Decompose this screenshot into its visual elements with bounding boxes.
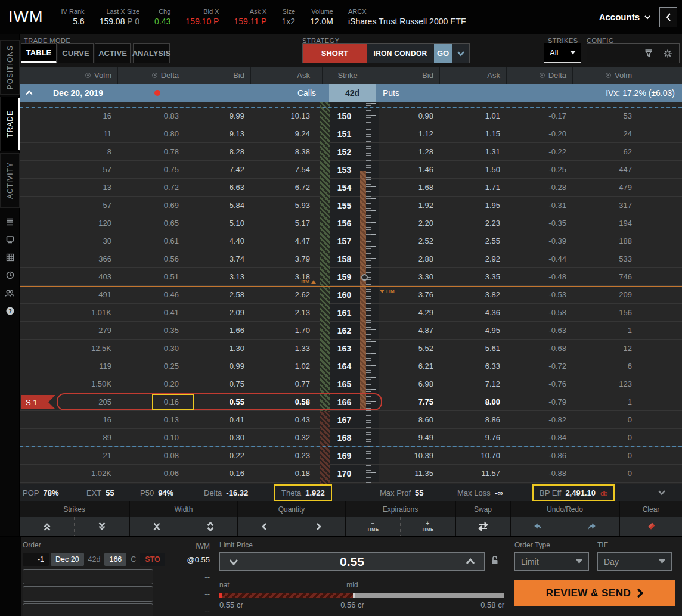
call-bid[interactable]: 8.28	[185, 143, 250, 160]
put-bid[interactable]: 1.68	[379, 179, 439, 196]
call-bid[interactable]: 0.99	[185, 357, 250, 375]
call-bid[interactable]: 0.75	[185, 375, 250, 393]
chain-row-strike-165[interactable]: 1.50K0.200.750.771656.987.12-0.76123	[20, 375, 682, 393]
chevron-right-button[interactable]	[292, 517, 345, 536]
put-bid[interactable]: 3.30	[379, 268, 439, 285]
call-ask[interactable]: 1.70	[250, 322, 316, 339]
put-ask[interactable]: 3.82	[439, 286, 506, 303]
accounts-menu[interactable]: Accounts	[599, 12, 651, 22]
call-bid[interactable]: 7.42	[185, 161, 250, 178]
price-ladder-bar[interactable]	[219, 593, 504, 598]
strikes-filter-dropdown[interactable]: All	[544, 43, 581, 63]
order-leg-input[interactable]	[23, 586, 153, 602]
call-bid[interactable]: 1.66	[185, 322, 250, 339]
put-ask[interactable]: 1.15	[439, 125, 506, 142]
call-ask[interactable]: 0.23	[250, 447, 316, 464]
users-icon[interactable]	[0, 284, 20, 302]
call-ask[interactable]: 3.79	[250, 250, 316, 267]
sidebar-tab-trade[interactable]: TRADE	[0, 97, 20, 151]
call-ask[interactable]: 9.24	[250, 125, 316, 142]
strategy-go-button[interactable]: GO	[434, 44, 452, 63]
put-ask[interactable]: 4.36	[439, 304, 506, 321]
help-icon[interactable]: ?	[0, 302, 20, 320]
order-chip-166[interactable]: 166	[104, 553, 126, 566]
order-leg-input[interactable]	[23, 569, 153, 584]
call-bid[interactable]: 6.63	[185, 179, 250, 196]
chain-row-strike-168[interactable]: 890.100.300.321689.499.76-0.840	[20, 429, 682, 447]
put-ask[interactable]: 11.57	[439, 465, 506, 482]
tab-analysis[interactable]: ANALYSIS	[133, 43, 170, 63]
time-plus-button[interactable]: +TIME	[401, 517, 455, 536]
put-ask[interactable]: 7.12	[439, 375, 506, 393]
call-bid[interactable]: 0.55	[185, 393, 250, 410]
call-ask[interactable]: 8.38	[250, 143, 316, 160]
days-to-expiration[interactable]: 42d	[329, 84, 376, 102]
col-header-put-volume[interactable]: Volm	[572, 67, 638, 84]
put-bid[interactable]: 1.28	[379, 143, 439, 160]
put-bid[interactable]: 2.88	[379, 250, 439, 267]
col-header-put-ask[interactable]: Ask	[439, 67, 506, 84]
call-ask[interactable]: 2.62	[250, 286, 316, 303]
tif-dropdown[interactable]: Day	[597, 552, 672, 571]
chevrons-down-button[interactable]	[75, 517, 129, 536]
call-bid[interactable]: 3.13	[185, 268, 250, 285]
chain-row-strike-169[interactable]: 210.080.220.2316910.3910.70-0.860	[20, 447, 682, 465]
eraser-button[interactable]	[620, 517, 682, 536]
sidebar-tab-positions[interactable]: POSITIONS	[0, 40, 20, 95]
tab-curve[interactable]: CURVE	[58, 43, 94, 63]
put-bid[interactable]: 4.87	[379, 322, 439, 339]
chain-row-strike-152[interactable]: 80.788.288.381521.281.31-0.2262	[20, 143, 682, 161]
put-bid[interactable]: 2.20	[379, 214, 439, 232]
put-bid[interactable]: 2.52	[379, 232, 439, 250]
chain-row-strike-170[interactable]: 1.02K0.060.160.1817011.3511.57-0.880	[20, 465, 682, 483]
col-header-call-bid[interactable]: Bid	[185, 67, 250, 84]
call-bid[interactable]: 5.10	[185, 214, 250, 232]
chain-row-strike-162[interactable]: 2790.351.661.701624.874.95-0.631	[20, 322, 682, 340]
order-type-dropdown[interactable]: Limit	[514, 552, 589, 571]
lock-icon[interactable]	[489, 555, 500, 565]
put-bid[interactable]: 11.35	[379, 465, 439, 482]
chevron-down-icon[interactable]	[657, 489, 666, 497]
put-ask[interactable]: 5.61	[439, 340, 506, 357]
call-ask[interactable]: 1.33	[250, 340, 316, 357]
put-bid[interactable]: 9.49	[379, 429, 439, 446]
call-ask[interactable]: 10.13	[250, 107, 316, 125]
col-header-call-ask[interactable]: Ask	[250, 67, 316, 84]
call-bid[interactable]: 2.09	[185, 304, 250, 321]
collapse-x-button[interactable]	[130, 517, 184, 536]
put-ask[interactable]: 0.88	[439, 102, 506, 107]
chain-row-strike-158[interactable]: 3660.563.743.791582.882.92-0.44533	[20, 250, 682, 268]
time-minus-button[interactable]: −TIME	[346, 517, 401, 536]
monitor-icon[interactable]	[0, 231, 20, 248]
put-bid[interactable]: 7.75	[379, 393, 439, 410]
sidebar-tab-activity[interactable]: ACTIVITY	[0, 153, 20, 208]
call-bid[interactable]: 4.40	[185, 232, 250, 250]
call-ask[interactable]: 1.02	[250, 357, 316, 375]
chevron-left-button[interactable]	[238, 517, 292, 536]
chain-row-strike-164[interactable]: 1190.250.991.021646.216.33-0.726	[20, 357, 682, 375]
put-bid[interactable]: 1.46	[379, 161, 439, 178]
call-ask[interactable]: 4.47	[250, 232, 316, 250]
collapse-expiration-icon[interactable]	[24, 89, 34, 97]
call-ask[interactable]: 5.17	[250, 214, 316, 232]
call-ask[interactable]: 5.93	[250, 197, 316, 214]
put-ask[interactable]: 1.01	[439, 107, 506, 125]
put-bid[interactable]: 8.60	[379, 411, 439, 428]
collapse-panel-button[interactable]	[659, 7, 677, 27]
chain-row-strike-160[interactable]: 4910.462.582.621603.763.82-0.53209	[20, 286, 682, 304]
list-icon[interactable]	[0, 213, 20, 231]
gear-icon[interactable]	[662, 48, 673, 59]
strategy-dropdown-button[interactable]	[452, 44, 469, 63]
tab-active[interactable]: ACTIVE	[95, 43, 131, 63]
price-increment-button[interactable]	[457, 553, 484, 570]
price-decrement-button[interactable]	[220, 553, 247, 570]
put-ask[interactable]: 8.86	[439, 411, 506, 428]
strategy-direction-button[interactable]: SHORT	[303, 44, 367, 63]
col-header-strike[interactable]: Strike	[322, 67, 379, 84]
call-bid[interactable]: 3.74	[185, 250, 250, 267]
chain-row-strike-151[interactable]: 110.809.139.241511.121.15-0.2024	[20, 125, 682, 143]
col-header-put-delta[interactable]: Delta	[506, 67, 572, 84]
chain-row-strike-166[interactable]: 2050.160.550.581667.758.00-0.791S 1	[20, 393, 682, 411]
chevrons-up-button[interactable]	[20, 517, 75, 536]
call-bid[interactable]: 9.99	[185, 107, 250, 125]
